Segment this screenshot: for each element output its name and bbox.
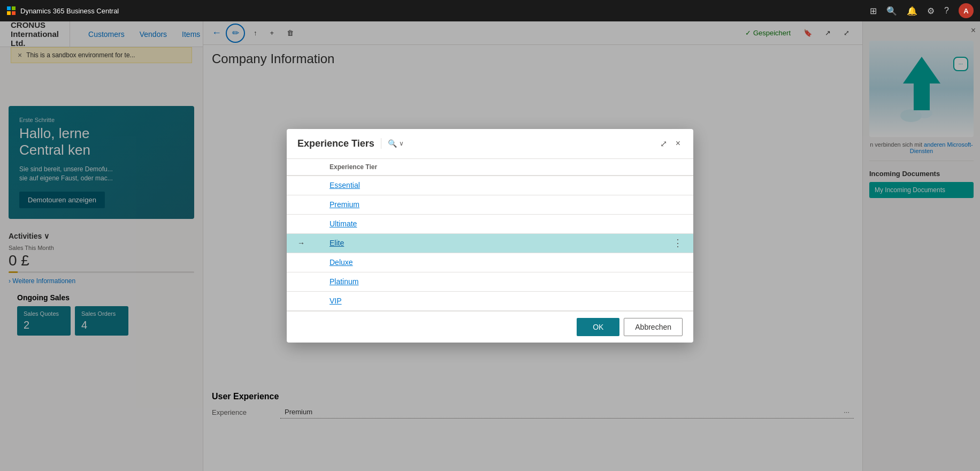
- table-row-selected[interactable]: → Elite ⋮: [287, 234, 693, 253]
- search-icon[interactable]: 🔍: [886, 6, 897, 16]
- table-row[interactable]: VIP: [287, 292, 693, 311]
- ok-button[interactable]: OK: [577, 318, 619, 336]
- modal-close-btn[interactable]: ×: [673, 136, 683, 151]
- svg-rect-1: [12, 6, 16, 10]
- modal-header-divider: [381, 138, 381, 149]
- svg-rect-3: [12, 11, 16, 15]
- topbar-right: ⊞ 🔍 🔔 ⚙ ? A: [870, 3, 974, 18]
- svg-rect-0: [7, 6, 11, 10]
- bell-icon[interactable]: 🔔: [907, 6, 917, 16]
- experience-tiers-modal: Experience Tiers 🔍 ∨ ⤢ × Experience Tier…: [287, 129, 693, 343]
- modal-footer: OK Abbrechen: [287, 311, 693, 343]
- help-icon[interactable]: ?: [944, 6, 949, 16]
- modal-header: Experience Tiers 🔍 ∨ ⤢ ×: [287, 129, 693, 159]
- modal-dropdown-icon[interactable]: ∨: [399, 140, 404, 147]
- current-row-arrow: →: [297, 239, 313, 247]
- tier-ultimate[interactable]: Ultimate: [330, 219, 683, 228]
- table-row[interactable]: Ultimate: [287, 215, 693, 234]
- topbar: Dynamics 365 Business Central ⊞ 🔍 🔔 ⚙ ? …: [0, 0, 980, 21]
- tier-elite[interactable]: Elite: [330, 239, 683, 247]
- modal-header-actions: ⤢ ×: [658, 136, 683, 151]
- modal-expand-btn[interactable]: ⤢: [658, 136, 669, 151]
- table-row[interactable]: Platinum: [287, 272, 693, 292]
- table-row[interactable]: Deluxe: [287, 253, 693, 272]
- modal-overlay[interactable]: Experience Tiers 🔍 ∨ ⤢ × Experience Tier…: [0, 0, 980, 471]
- row-context-menu[interactable]: ⋮: [673, 237, 683, 249]
- settings-icon[interactable]: ⚙: [927, 6, 935, 16]
- app-title: Dynamics 365 Business Central: [20, 7, 119, 15]
- modal-body: Experience Tier Essential Premium Ultima…: [287, 159, 693, 311]
- table-header: Experience Tier: [287, 159, 693, 176]
- tier-vip[interactable]: VIP: [330, 297, 683, 305]
- modal-search-area: 🔍 ∨: [388, 139, 404, 148]
- cancel-button[interactable]: Abbrechen: [624, 318, 683, 336]
- modal-search-icon[interactable]: 🔍: [388, 139, 397, 148]
- tier-column-header: Experience Tier: [297, 163, 683, 171]
- modal-title: Experience Tiers: [297, 138, 374, 149]
- tier-platinum[interactable]: Platinum: [330, 277, 683, 286]
- svg-rect-2: [7, 11, 11, 15]
- page-icon[interactable]: ⊞: [870, 6, 877, 16]
- table-row[interactable]: Premium: [287, 195, 693, 215]
- topbar-left: Dynamics 365 Business Central: [6, 6, 119, 16]
- tier-premium[interactable]: Premium: [330, 200, 683, 209]
- tier-deluxe[interactable]: Deluxe: [330, 258, 683, 267]
- table-row[interactable]: Essential: [287, 176, 693, 195]
- tier-essential[interactable]: Essential: [330, 181, 683, 189]
- dynamics-icon: [6, 6, 16, 16]
- avatar[interactable]: A: [959, 3, 974, 18]
